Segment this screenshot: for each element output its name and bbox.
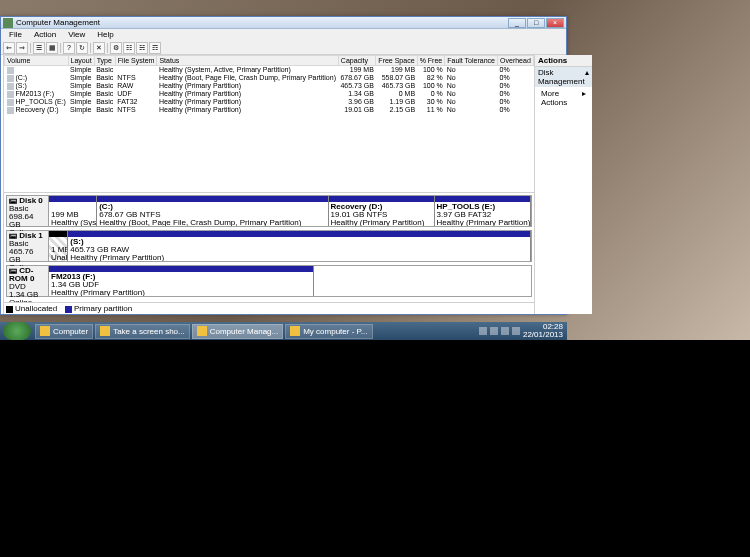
- maximize-button[interactable]: □: [527, 18, 545, 28]
- disk-row[interactable]: 🖴 CD-ROM 0DVD1.34 GBOnlineFM2013 (F:)1.3…: [6, 265, 532, 297]
- titlebar[interactable]: Computer Management _ □ ×: [1, 17, 566, 29]
- settings-button[interactable]: ⚙: [110, 42, 122, 54]
- volume-row[interactable]: (S:)SimpleBasicRAWHealthy (Primary Parti…: [5, 82, 534, 90]
- clock-date: 22/01/2013: [523, 331, 563, 339]
- volume-row[interactable]: SimpleBasicHealthy (System, Active, Prim…: [5, 66, 534, 75]
- column-header[interactable]: Volume: [5, 56, 69, 66]
- taskbar-button[interactable]: Take a screen sho...: [95, 324, 190, 339]
- column-header[interactable]: Fault Tolerance: [445, 56, 498, 66]
- volume-row[interactable]: Recovery (D:)SimpleBasicNTFSHealthy (Pri…: [5, 106, 534, 114]
- collapse-icon: ▴: [585, 68, 589, 86]
- help-button[interactable]: ?: [63, 42, 75, 54]
- show-hide-button[interactable]: ☰: [33, 42, 45, 54]
- minimize-button[interactable]: _: [508, 18, 526, 28]
- partition[interactable]: HP_TOOLS (E:)3.97 GB FAT32Healthy (Prima…: [435, 196, 531, 226]
- column-header[interactable]: Free Space: [376, 56, 417, 66]
- menu-file[interactable]: File: [3, 29, 28, 41]
- taskbar-button[interactable]: Computer Manag...: [192, 324, 283, 339]
- x-button[interactable]: ✕: [93, 42, 105, 54]
- disk-row[interactable]: 🖴 Disk 1Basic465.76 GBOnline1 MBUnal(S:)…: [6, 230, 532, 262]
- column-header[interactable]: Type: [94, 56, 115, 66]
- volume-row[interactable]: (C:)SimpleBasicNTFSHealthy (Boot, Page F…: [5, 74, 534, 82]
- partition[interactable]: (S:)465.73 GB RAWHealthy (Primary Partit…: [68, 231, 531, 261]
- tray-icon[interactable]: [479, 327, 487, 335]
- disk-row[interactable]: 🖴 Disk 0Basic698.64 GBOnline199 MBHealth…: [6, 195, 532, 227]
- column-header[interactable]: % Free: [417, 56, 445, 66]
- properties-button[interactable]: ▦: [46, 42, 58, 54]
- legend: Unallocated Primary partition: [4, 302, 534, 314]
- column-header[interactable]: Status: [157, 56, 338, 66]
- list-button[interactable]: ☷: [123, 42, 135, 54]
- more-actions[interactable]: More Actions▸: [535, 87, 592, 109]
- volume-icon[interactable]: [501, 327, 509, 335]
- app-icon: [3, 18, 13, 28]
- volume-row[interactable]: FM2013 (F:)SimpleBasicUDFHealthy (Primar…: [5, 90, 534, 98]
- start-button[interactable]: [3, 322, 31, 340]
- computer-management-window: Computer Management _ □ × File Action Vi…: [0, 16, 567, 315]
- actions-sub[interactable]: Disk Management▴: [535, 67, 592, 87]
- column-header[interactable]: Overhead: [498, 56, 534, 66]
- menu-help[interactable]: Help: [91, 29, 119, 41]
- taskbar: ComputerTake a screen sho...Computer Man…: [0, 322, 567, 340]
- volume-row[interactable]: HP_TOOLS (E:)SimpleBasicFAT32Healthy (Pr…: [5, 98, 534, 106]
- partition[interactable]: (C:)678.67 GB NTFSHealthy (Boot, Page Fi…: [97, 196, 328, 226]
- refresh-button[interactable]: ↻: [76, 42, 88, 54]
- forward-button[interactable]: ⇒: [16, 42, 28, 54]
- volume-list[interactable]: VolumeLayoutTypeFile SystemStatusCapacit…: [4, 55, 534, 192]
- partition[interactable]: 199 MBHealthy (System, Ac: [49, 196, 97, 226]
- partition[interactable]: FM2013 (F:)1.34 GB UDFHealthy (Primary P…: [49, 266, 314, 296]
- column-header[interactable]: Layout: [68, 56, 94, 66]
- menubar: File Action View Help: [1, 29, 566, 41]
- extra1-button[interactable]: ☵: [136, 42, 148, 54]
- actions-header: Actions: [535, 55, 592, 67]
- partition[interactable]: 1 MBUnal: [49, 231, 68, 261]
- system-tray[interactable]: 02:28 22/01/2013: [475, 323, 567, 339]
- extra2-button[interactable]: ☶: [149, 42, 161, 54]
- network-icon[interactable]: [490, 327, 498, 335]
- close-button[interactable]: ×: [546, 18, 564, 28]
- toolbar: ⇐ ⇒ ☰ ▦ ? ↻ ✕ ⚙ ☷ ☵ ☶: [1, 41, 566, 55]
- window-title: Computer Management: [16, 18, 508, 27]
- disk-map[interactable]: 🖴 Disk 0Basic698.64 GBOnline199 MBHealth…: [4, 192, 534, 302]
- menu-action[interactable]: Action: [28, 29, 62, 41]
- flag-icon[interactable]: [512, 327, 520, 335]
- taskbar-button[interactable]: Computer: [35, 324, 93, 339]
- column-header[interactable]: Capacity: [338, 56, 376, 66]
- back-button[interactable]: ⇐: [3, 42, 15, 54]
- partition[interactable]: Recovery (D:)19.01 GB NTFSHealthy (Prima…: [329, 196, 435, 226]
- column-header[interactable]: File System: [115, 56, 157, 66]
- chevron-right-icon: ▸: [582, 89, 586, 107]
- taskbar-button[interactable]: My computer - P...: [285, 324, 372, 339]
- menu-view[interactable]: View: [62, 29, 91, 41]
- actions-pane: Actions Disk Management▴ More Actions▸: [535, 55, 592, 314]
